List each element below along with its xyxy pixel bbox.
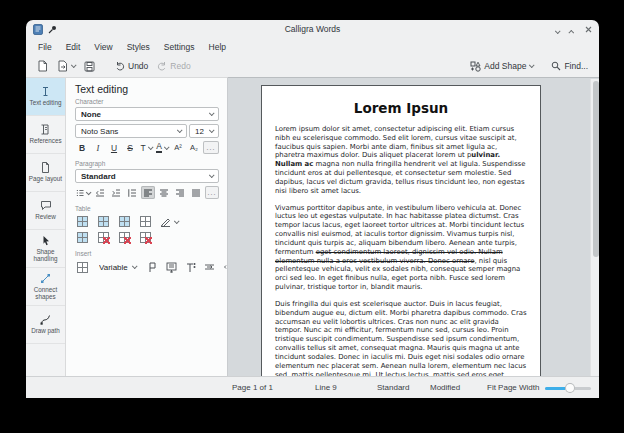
panel-title: Text editing (75, 83, 219, 95)
add-shape-chevron (529, 62, 535, 68)
footnote-icon[interactable] (184, 261, 198, 274)
increase-indent-button[interactable] (109, 186, 123, 199)
strikethrough-button[interactable]: S (123, 141, 137, 154)
chevron-down-icon (164, 144, 170, 150)
window-controls (555, 20, 592, 38)
bookmark-icon[interactable] (146, 261, 160, 274)
merge-cells-button[interactable] (138, 215, 152, 228)
table-section-label: Table (75, 205, 219, 212)
close-icon[interactable] (585, 26, 592, 33)
toolbar: Undo Redo Add Shape Find... (26, 55, 599, 77)
subscript-button[interactable]: A₂ (187, 141, 201, 154)
insert-table-button[interactable] (75, 215, 89, 228)
document-canvas[interactable]: Lorem Ipsun Lorem ipsum dolor sit amet, … (228, 77, 599, 376)
table-of-contents-icon[interactable] (165, 261, 179, 274)
insert-section-label: Insert (75, 250, 219, 257)
menu-edit[interactable]: Edit (59, 40, 88, 54)
insert-column-button[interactable] (117, 215, 131, 228)
find-button[interactable]: Find... (548, 59, 591, 73)
tool-tabstrip: Text editing References Page layout Revi… (26, 77, 66, 376)
special-character-button[interactable] (75, 261, 89, 274)
draw-path-icon (40, 314, 51, 325)
tab-text-editing[interactable]: Text editing (26, 78, 65, 116)
chevron-down-icon (147, 144, 153, 150)
menu-file[interactable]: File (31, 40, 59, 54)
tab-review[interactable]: Review (26, 192, 65, 230)
vertical-scrollbar[interactable] (590, 79, 599, 376)
character-style-select[interactable]: None (75, 107, 219, 121)
tab-page-layout[interactable]: Page layout (26, 154, 65, 192)
redo-label: Redo (170, 61, 190, 71)
table-border-pen-button[interactable] (159, 215, 179, 228)
pin-icon[interactable] (48, 25, 57, 34)
page-break-icon[interactable] (203, 261, 217, 274)
page-indicator: Page 1 of 1 (232, 383, 273, 392)
undo-button[interactable]: Undo (112, 59, 151, 73)
character-section-label: Character (75, 98, 219, 105)
decrease-indent-button[interactable] (93, 186, 107, 199)
paragraph-1: Lorem ipsum dolor sit amet, consectetur … (275, 125, 527, 196)
menubar: File Edit View Styles Settings Help (26, 38, 599, 55)
underline-button[interactable]: U (107, 141, 121, 154)
tab-label: Review (35, 213, 56, 220)
zoom-slider-knob[interactable] (565, 383, 575, 393)
shape-handling-icon (41, 235, 51, 246)
zoom-slider[interactable] (545, 387, 591, 390)
delete-table-button[interactable] (138, 231, 152, 244)
align-center-button[interactable] (157, 186, 171, 199)
delete-column-button[interactable] (117, 231, 131, 244)
references-icon (40, 124, 51, 135)
align-right-button[interactable] (173, 186, 187, 199)
superscript-button[interactable]: A² (171, 141, 185, 154)
scrollbar-thumb[interactable] (593, 81, 599, 257)
zoom-mode-selector[interactable]: Fit Page Width (487, 383, 539, 392)
chevron-down-icon (86, 189, 91, 194)
review-icon (40, 200, 52, 211)
paragraph-2: Vivamus porttitor dapibus ante, in vesti… (275, 204, 527, 292)
italic-button[interactable]: I (91, 141, 105, 154)
redo-icon (157, 61, 167, 71)
change-case-button[interactable]: T (139, 141, 153, 154)
chevron-down-icon (174, 218, 180, 224)
new-document-button[interactable] (34, 58, 51, 74)
maximize-icon[interactable] (570, 20, 574, 38)
paragraph-section-label: Paragraph (75, 160, 219, 167)
line-indicator: Line 9 (315, 383, 337, 392)
tab-draw-path[interactable]: Draw path (26, 306, 65, 344)
variable-select[interactable]: Variable (94, 260, 141, 274)
modified-indicator: Modified (430, 383, 460, 392)
font-color-button[interactable]: A (155, 141, 169, 154)
tab-connect-shapes[interactable]: Connect shapes (26, 268, 65, 306)
redo-button[interactable]: Redo (154, 59, 193, 73)
align-justify-button[interactable] (189, 186, 203, 199)
open-dropdown-chevron[interactable] (71, 62, 77, 68)
font-size-select[interactable]: 12 (189, 124, 219, 138)
minimize-icon[interactable] (555, 20, 559, 38)
line-spacing-button[interactable] (125, 186, 139, 199)
character-more-options-button[interactable]: ... (203, 141, 219, 154)
font-family-select[interactable]: Noto Sans (75, 124, 187, 138)
bold-button[interactable]: B (75, 141, 89, 154)
insert-row-button[interactable] (96, 215, 110, 228)
chevron-down-icon (209, 172, 215, 178)
document-page[interactable]: Lorem Ipsun Lorem ipsum dolor sit amet, … (261, 85, 541, 376)
style-indicator[interactable]: Standard (377, 383, 409, 392)
tab-shape-handling[interactable]: Shape handling (26, 230, 65, 268)
menu-view[interactable]: View (87, 40, 119, 54)
tool-options-panel: Text editing Character None Noto Sans 12… (66, 77, 228, 376)
menu-styles[interactable]: Styles (120, 40, 157, 54)
undo-icon (115, 61, 125, 71)
save-button[interactable] (81, 59, 98, 74)
paragraph-more-options-button[interactable]: ... (205, 186, 219, 199)
align-left-button[interactable] (141, 186, 155, 199)
tab-references[interactable]: References (26, 116, 65, 154)
add-shape-button[interactable]: Add Shape (467, 59, 536, 74)
open-document-button[interactable] (54, 58, 78, 74)
split-cells-button[interactable] (75, 231, 89, 244)
paragraph-style-select[interactable]: Standard (75, 169, 219, 183)
undo-label: Undo (128, 61, 148, 71)
list-style-button[interactable] (75, 186, 91, 199)
menu-help[interactable]: Help (202, 40, 233, 54)
menu-settings[interactable]: Settings (157, 40, 202, 54)
delete-row-button[interactable] (96, 231, 110, 244)
